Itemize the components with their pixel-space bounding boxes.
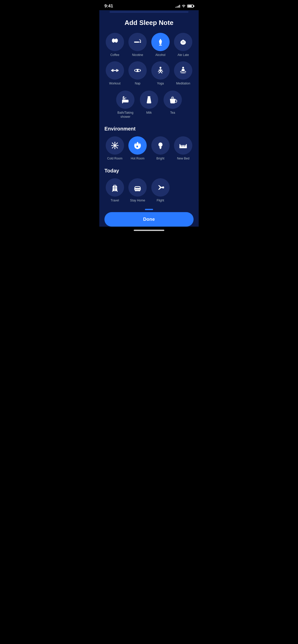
svg-rect-57 <box>117 191 118 192</box>
today-section: Today <box>104 168 194 207</box>
svg-point-34 <box>114 142 115 143</box>
flight-item[interactable]: Flight <box>150 178 171 203</box>
habits-grid: Coffee Nicotine <box>104 33 194 85</box>
svg-rect-12 <box>116 69 117 72</box>
stay-home-label: Stay Home <box>130 199 145 203</box>
today-grid: Travel <box>104 178 194 207</box>
nap-circle <box>128 61 147 80</box>
yoga-item[interactable]: Yoga <box>150 61 171 86</box>
nap-item[interactable]: Nap <box>127 61 148 86</box>
stay-home-circle <box>128 178 147 197</box>
bright-label: Bright <box>156 157 164 161</box>
nap-label: Nap <box>135 82 140 86</box>
svg-rect-50 <box>181 145 183 147</box>
yoga-label: Yoga <box>157 82 164 86</box>
svg-point-21 <box>182 67 184 68</box>
svg-rect-44 <box>159 148 161 148</box>
svg-rect-18 <box>137 70 138 71</box>
workout-circle <box>106 61 124 80</box>
svg-point-1 <box>115 39 118 43</box>
done-button[interactable]: Done <box>104 212 194 227</box>
today-heading: Today <box>104 168 194 174</box>
environment-heading: Environment <box>104 126 194 132</box>
stay-home-item[interactable]: Stay Home <box>127 178 148 203</box>
svg-rect-11 <box>112 69 114 72</box>
svg-rect-61 <box>135 191 136 192</box>
bath-item[interactable]: Bath/Taking shower <box>115 91 136 119</box>
wifi-icon <box>182 4 186 8</box>
cold-room-label: Cold Room <box>107 157 123 161</box>
svg-point-8 <box>183 41 184 42</box>
svg-point-7 <box>182 41 183 42</box>
hot-room-label: Hot Room <box>131 157 144 161</box>
travel-item[interactable]: Travel <box>104 178 125 203</box>
svg-point-40 <box>117 143 118 144</box>
svg-rect-23 <box>122 100 129 103</box>
svg-rect-3 <box>140 41 141 43</box>
svg-point-41 <box>112 148 113 149</box>
svg-rect-29 <box>170 99 175 100</box>
bright-item[interactable]: Bright <box>150 136 171 161</box>
habits-row3: Bath/Taking shower Milk <box>104 91 194 119</box>
nicotine-circle <box>128 33 147 51</box>
cold-room-item[interactable]: Cold Room <box>104 136 125 161</box>
svg-point-26 <box>125 97 126 98</box>
svg-rect-62 <box>139 191 140 192</box>
nicotine-item[interactable]: Nicotine <box>127 33 148 57</box>
page-title: Add Sleep Note <box>104 19 194 27</box>
workout-item[interactable]: Workout <box>104 61 125 86</box>
svg-rect-56 <box>112 191 113 192</box>
tea-circle <box>164 91 182 109</box>
svg-rect-2 <box>134 41 139 43</box>
svg-rect-24 <box>122 100 123 103</box>
svg-point-27 <box>125 99 126 99</box>
coffee-item[interactable]: Coffee <box>104 33 125 57</box>
svg-rect-45 <box>160 148 161 149</box>
svg-point-17 <box>138 69 140 71</box>
signal-icon <box>175 5 180 8</box>
svg-rect-43 <box>159 147 161 148</box>
svg-point-22 <box>180 72 186 73</box>
svg-rect-28 <box>148 96 151 97</box>
svg-rect-51 <box>183 145 185 147</box>
meditation-item[interactable]: Meditation <box>173 61 194 86</box>
svg-rect-47 <box>180 144 181 148</box>
alcohol-circle <box>151 33 170 51</box>
cold-room-circle <box>106 136 124 155</box>
meditation-circle <box>174 61 192 80</box>
new-bed-item[interactable]: New Bed <box>173 136 194 161</box>
svg-point-20 <box>160 67 161 68</box>
environment-grid: Cold Room Hot Room <box>104 136 194 161</box>
flight-circle <box>151 178 170 197</box>
ate-late-item[interactable]: Ate Late <box>173 33 194 57</box>
hot-room-circle <box>128 136 147 155</box>
status-time: 9:41 <box>104 4 113 9</box>
alcohol-item[interactable]: Alcohol <box>150 33 171 57</box>
yoga-circle <box>151 61 170 80</box>
tea-label: Tea <box>170 111 175 115</box>
bath-circle <box>116 91 134 109</box>
battery-icon <box>187 5 194 8</box>
milk-item[interactable]: Milk <box>138 91 160 119</box>
svg-point-38 <box>112 143 113 144</box>
hot-room-item[interactable]: Hot Room <box>127 136 148 161</box>
svg-rect-48 <box>186 144 187 148</box>
travel-label: Travel <box>111 199 119 203</box>
new-bed-label: New Bed <box>177 157 189 161</box>
workout-label: Workout <box>109 82 120 86</box>
svg-point-0 <box>112 39 115 43</box>
svg-point-16 <box>135 69 137 71</box>
milk-label: Milk <box>146 111 152 115</box>
svg-point-35 <box>114 148 115 149</box>
coffee-circle <box>106 33 124 51</box>
status-icons <box>175 4 194 8</box>
ate-late-label: Ate Late <box>178 53 189 57</box>
milk-circle <box>140 91 158 109</box>
top-indicator <box>110 11 188 13</box>
bath-label: Bath/Taking shower <box>115 111 136 119</box>
home-indicator <box>99 227 199 234</box>
tea-item[interactable]: Tea <box>162 91 183 119</box>
main-content: Add Sleep Note Coffee <box>99 14 199 207</box>
pill-indicator <box>145 209 153 210</box>
home-bar <box>134 230 164 231</box>
